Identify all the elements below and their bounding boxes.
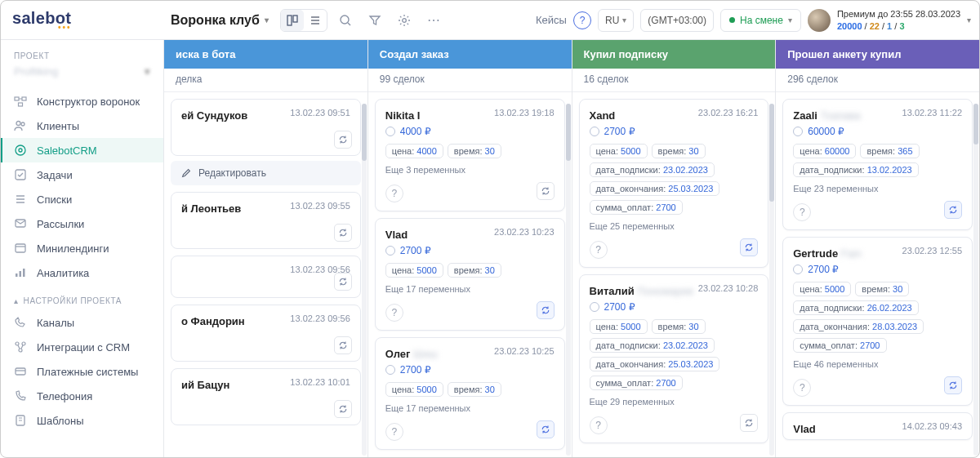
project-selector[interactable]: Profitking▾ — [1, 65, 163, 89]
column-header[interactable]: Купил подписку — [572, 40, 776, 69]
sidebar-item[interactable]: Задачи — [1, 162, 163, 187]
deal-card[interactable]: Vlad 23.02.23 10:23 2700 ₽ цена: 5000вре… — [375, 218, 565, 331]
sidebar-item[interactable]: Аналитика — [1, 260, 163, 285]
question-icon[interactable]: ? — [385, 423, 403, 441]
column-header[interactable]: Прошел анкету купил — [776, 40, 979, 69]
question-icon[interactable]: ? — [793, 379, 811, 397]
cases-link[interactable]: Кейсы — [536, 14, 567, 26]
refresh-icon[interactable] — [334, 224, 352, 242]
sidebar-item[interactable]: Минилендинги — [1, 236, 163, 260]
svg-line-6 — [348, 23, 350, 25]
deal-date: 23.02.23 10:25 — [494, 346, 554, 356]
deal-title: Виталий Пономарев — [590, 285, 693, 297]
deal-card[interactable]: й Леонтьев 13.02.23 09:55 — [171, 192, 361, 249]
sidebar-item[interactable]: Шаблоны — [1, 408, 163, 433]
view-list-button[interactable] — [304, 10, 327, 31]
deal-card[interactable]: 13.02.23 09:56 — [171, 256, 361, 298]
sidebar-item[interactable]: Каналы — [1, 310, 163, 335]
deal-title: Nikita I — [385, 109, 421, 122]
deal-card[interactable]: Vlad 14.02.23 09:43 — [782, 412, 973, 440]
lang-selector[interactable]: RU▾ — [598, 9, 634, 32]
deal-card[interactable]: Олег Шиш 23.02.23 10:25 2700 ₽ цена: 500… — [375, 337, 565, 450]
deal-card[interactable]: Виталий Пономарев 23.02.23 10:28 2700 ₽ … — [579, 274, 769, 443]
nav-label: Задачи — [37, 169, 73, 181]
logo[interactable]: salebot••• — [1, 9, 164, 32]
nav-icon — [14, 340, 27, 354]
view-kanban-button[interactable] — [281, 10, 304, 31]
refresh-icon[interactable] — [334, 273, 352, 291]
sidebar-item[interactable]: Интеграции с CRM — [1, 335, 163, 359]
timezone-selector[interactable]: (GMT+03:00) — [640, 9, 714, 32]
more-variables[interactable]: Еще 46 переменных — [793, 359, 962, 369]
question-icon[interactable]: ? — [385, 185, 403, 202]
sidebar-item[interactable]: Конструктор воронок — [1, 89, 163, 113]
variable-tag: цена: 5000 — [590, 144, 648, 158]
column-count: 296 сделок — [776, 69, 979, 92]
deal-card[interactable]: ей Сундуков 13.02.23 09:51 — [171, 99, 361, 156]
edit-button[interactable]: Редактировать — [171, 161, 361, 185]
refresh-icon[interactable] — [944, 201, 962, 219]
refresh-icon[interactable] — [537, 420, 555, 438]
nav-label: Списки — [37, 193, 72, 206]
scrollbar[interactable] — [973, 104, 978, 456]
refresh-icon[interactable] — [740, 238, 758, 256]
nav-label: Каналы — [37, 317, 74, 329]
sidebar: ПРОЕКТ Profitking▾ Конструктор воронокКл… — [1, 40, 164, 458]
deal-date: 13.02.23 09:51 — [290, 108, 350, 118]
svg-point-13 — [21, 122, 24, 126]
more-variables[interactable]: Еще 3 переменных — [385, 165, 555, 175]
deal-date: 13.02.23 11:22 — [902, 108, 962, 118]
sidebar-item[interactable]: Рассылки — [1, 211, 163, 236]
more-variables[interactable]: Еще 23 переменных — [793, 184, 962, 193]
deal-card[interactable]: Nikita I 13.02.23 19:18 4000 ₽ цена: 400… — [375, 99, 565, 211]
sidebar-item[interactable]: Клиенты — [1, 113, 163, 138]
sidebar-item[interactable]: Списки — [1, 187, 163, 211]
deal-amount: 2700 ₽ — [793, 264, 962, 275]
deal-card[interactable]: Gertrude Fain 23.02.23 12:55 2700 ₽ цена… — [782, 237, 973, 406]
deal-date: 14.02.23 09:43 — [902, 421, 962, 431]
more-variables[interactable]: Еще 17 переменных — [385, 403, 555, 413]
refresh-icon[interactable] — [537, 182, 555, 200]
refresh-icon[interactable] — [334, 336, 352, 354]
variable-tag: цена: 5000 — [385, 382, 443, 397]
settings-icon[interactable] — [393, 9, 416, 32]
nav-icon — [14, 95, 27, 108]
nav-label: Телефония — [37, 390, 92, 402]
account-chevron-icon[interactable]: ▾ — [967, 16, 971, 24]
shift-status[interactable]: На смене▾ — [720, 9, 801, 32]
scrollbar[interactable] — [362, 104, 367, 456]
refresh-icon[interactable] — [944, 376, 962, 394]
refresh-icon[interactable] — [334, 131, 352, 149]
deal-card[interactable]: Zaali Тхапава 13.02.23 11:22 60000 ₽ цен… — [782, 99, 973, 230]
question-icon[interactable]: ? — [590, 416, 608, 434]
question-icon[interactable]: ? — [793, 203, 811, 221]
sidebar-item[interactable]: SalebotCRM — [1, 138, 163, 162]
deal-card[interactable]: о Фандорин 13.02.23 09:56 — [171, 305, 361, 362]
refresh-icon[interactable] — [537, 301, 555, 319]
avatar[interactable] — [808, 9, 831, 32]
question-icon[interactable]: ? — [590, 241, 608, 259]
variable-tag: дата_подписки: 23.02.2023 — [590, 338, 715, 353]
refresh-icon[interactable] — [740, 414, 758, 432]
deal-card[interactable]: ий Бацун 13.02.23 10:01 — [171, 368, 361, 425]
column-header[interactable]: иска в бота — [164, 40, 368, 69]
filter-icon[interactable] — [363, 9, 386, 32]
more-variables[interactable]: Еще 17 переменных — [385, 284, 555, 294]
refresh-icon[interactable] — [334, 400, 352, 418]
sidebar-item[interactable]: Платежные системы — [1, 359, 163, 384]
question-icon[interactable]: ? — [385, 304, 403, 322]
search-icon[interactable] — [334, 9, 357, 32]
help-icon[interactable]: ? — [573, 11, 591, 29]
scrollbar[interactable] — [769, 104, 774, 456]
more-icon[interactable]: ⋯ — [422, 9, 445, 32]
scrollbar[interactable] — [566, 104, 571, 456]
sidebar-item[interactable]: Телефония — [1, 384, 163, 408]
nav-icon — [14, 144, 27, 157]
svg-rect-23 — [16, 273, 18, 277]
deal-amount: 60000 ₽ — [793, 126, 962, 137]
more-variables[interactable]: Еще 25 переменных — [590, 221, 759, 231]
deal-card[interactable]: Xand 23.02.23 16:21 2700 ₽ цена: 5000вре… — [579, 99, 769, 268]
column-header[interactable]: Создал заказ — [368, 40, 572, 69]
funnel-selector[interactable]: Воронка клуб▾ — [171, 13, 269, 28]
more-variables[interactable]: Еще 29 переменных — [590, 397, 759, 407]
